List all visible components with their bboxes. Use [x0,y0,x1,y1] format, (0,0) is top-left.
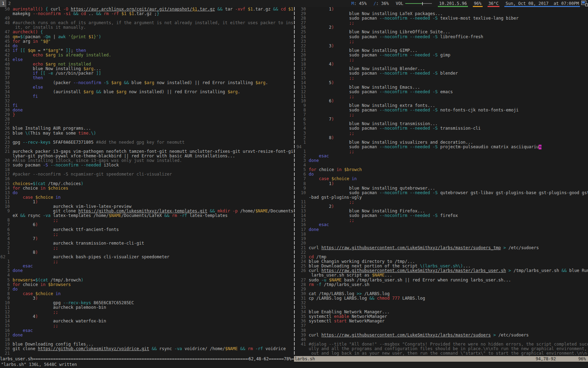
code-line[interactable]: 7do [0,287,293,292]
code-line[interactable]: 1 ;; [296,149,588,154]
code-line[interactable]: 38 if [[ -e /usr/bin/packer ]] [0,71,293,76]
code-line[interactable]: 25blue \(This may take some time.\) [0,131,293,136]
code-line[interactable]: 1 8) [0,250,293,255]
code-line[interactable]: 16 esac [296,223,588,227]
code-line[interactable]: 15 ;; [296,218,588,223]
vim-command-line[interactable]: "larbs.sh" 136L, 5648C written [1,362,77,368]
code-line[interactable]: 26curl https://raw.githubusercontent.com… [296,268,588,273]
code-line[interactable]: 23gpg --recv-keys 5FAF0A6EE7371805 #Add … [0,140,293,145]
code-line[interactable]: 21 blue Now installing GIMP... [296,48,588,53]
code-line[interactable]: 28 sudo pacman --noconfirm --needed -S t… [296,16,588,21]
code-line[interactable]: 36 (packer --noconfirm -S $arg && blue $… [0,81,293,85]
code-line[interactable]: 8 sudo pacman --noconfirm --needed -S no… [296,108,588,113]
code-line[interactable]: 26 2) [296,25,588,30]
code-line[interactable]: 26blue Installing AUR programs... [0,126,293,131]
code-line[interactable]: 42 echo $arg is already installed. [0,53,293,57]
code-line[interactable]: 6do [296,172,588,177]
code-line[interactable]: 4 7) [0,237,293,241]
code-line[interactable]: 18 [0,338,293,342]
code-line[interactable]: 47aurcheck() { [0,30,293,34]
code-line[interactable]: 13 blue Now installing Emacs... [296,85,588,90]
code-line[interactable]: 39curl https://raw.githubusercontent.com… [296,333,588,338]
code-line[interactable]: 41else [0,57,293,62]
code-line[interactable]: 4 [296,163,588,168]
code-line[interactable]: 21aurcheck packer i3-gaps vim-pathogen n… [0,149,293,154]
code-line[interactable]: makepkg --noconfirm -si && cd .. && rm -… [0,12,293,16]
code-line[interactable]: -bad gst-plugins-ugly [296,195,588,200]
code-line[interactable]: 11 aurcheck palemoon-bin [0,305,293,310]
code-line[interactable]: 25blue Downloading next portion of the s… [296,264,588,268]
code-line[interactable]: it, or installs it manually. [0,25,293,30]
code-line[interactable]: 14 sudo pacman --noconfirm --needed -S f… [296,213,588,218]
code-line[interactable]: 43if [[ $qm = *"$arg"* ]]; then [0,48,293,53]
code-line[interactable]: 25 blue Now installing LibreOffice Suite… [296,30,588,34]
code-line[interactable]: 16 [0,177,293,181]
code-line[interactable]: 8 case $choice in [0,292,293,296]
code-line[interactable]: 2 8) [296,136,588,140]
code-line[interactable]: 9 blue Now installing qutebrowser... [296,186,588,191]
code-line[interactable]: 19 [296,237,588,241]
code-line[interactable]: 40 [296,338,588,342]
code-line[interactable]: 7 case $choice in [296,177,588,181]
code-line[interactable]: 24blue Changin working directory to /tmp… [296,259,588,264]
code-line[interactable]: 32 [296,301,588,305]
code-line[interactable]: 13 blue Now installing Firefox... [296,209,588,213]
code-line[interactable]: 22 3) [296,44,588,48]
code-line[interactable]: 2 ;; [0,246,293,250]
code-line[interactable]: 44do [0,44,293,48]
code-line[interactable]: 6 aurcheck ttf-ancient-fonts [0,227,293,232]
code-line[interactable]: 28 [0,117,293,122]
code-line[interactable]: 39 blue Now installing $arg... [0,67,293,71]
code-line[interactable]: 11 ;; [296,200,588,204]
code-line[interactable]: 12 ;; [0,310,293,314]
code-line[interactable]: 1 blue Now installing visualizers and de… [296,140,588,145]
code-line[interactable]: 5 blue Now installing transmission... [296,122,588,126]
code-line[interactable]: eX && rsync -va latex-templates /home/$N… [0,213,293,218]
code-line[interactable]: 7 6) [0,223,293,227]
code-line[interactable]: 40 echo $arg not installed [0,62,293,67]
code-line[interactable]: 10 aurcheck vim-live-latex-preview [0,204,293,209]
code-line[interactable]: 5browsers=$(cat /tmp/.browch) [0,278,293,282]
code-line[interactable]: 18 [0,168,293,172]
code-line[interactable]: 6 7) [296,117,588,122]
code-line[interactable]: 10 6) [296,99,588,103]
code-line[interactable]: 46qm=$(pacman -Qm | awk '{print $1}') [0,35,293,39]
code-line[interactable]: 19sudo pacman -S --noconfirm --needed i3… [0,163,293,168]
code-line[interactable]: 27 [0,122,293,126]
code-line[interactable]: 5for choice in $browch [296,168,588,172]
code-line[interactable]: 28rm -f /tmp/larbs_user.sh [296,282,588,287]
code-line[interactable]: 16 esac [0,328,293,333]
code-line[interactable]: 30done [0,108,293,113]
code-line[interactable]: 29 [296,287,588,292]
vim-window-larbs-sh[interactable]: 30 1)29 blue Now installing LaTeX packag… [296,7,588,356]
code-line[interactable]: 15 ;; [296,76,588,80]
code-line[interactable]: 5 ;; [0,232,293,237]
code-line[interactable]: 17#packer --noconfirm -S ncpamixer-git s… [0,172,293,177]
code-line[interactable]: 14 aurcheck waterfox-bin [0,319,293,323]
code-line[interactable]: 10 sudo pacman --noconfirm --needed -S q… [296,191,588,195]
code-line[interactable]: 10 gpg --recv-keys 865E6C87C65285EC [0,301,293,305]
code-line[interactable]: 7 ;; [296,113,588,117]
systray-icon[interactable] [581,1,588,6]
code-line[interactable]: 4 sudo pacman --noconfirm --needed -S tr… [296,126,588,131]
code-line[interactable]: 18 [296,232,588,237]
code-line[interactable]: 17done [296,227,588,232]
code-line[interactable]: 12 case $choice in [0,195,293,200]
code-line[interactable]: 31cp /LARBS.log LARBS.log && chmod 777 L… [296,296,588,301]
code-line[interactable]: 24 [0,136,293,140]
code-line[interactable]: larbs_user.sh script as $NAME... [296,273,588,278]
code-line[interactable]: 23cd /tmp [296,255,588,259]
code-line[interactable]: 3 aurcheck transmission-remote-cli-git [0,241,293,246]
code-line[interactable]: 24 sudo pacman --noconfirm --needed -S l… [296,35,588,39]
vertical-split-separator[interactable] [294,7,295,356]
code-line[interactable]: 30 1) [296,7,588,12]
code-line[interactable]: 45for arg in "$@" [0,39,293,44]
code-line[interactable]: ully and all the programs and configurat… [296,347,588,351]
code-line[interactable]: 6for choice in $browsers [0,282,293,287]
code-line[interactable]: 34 (aurinstall $arg && blue $arg now ins… [0,90,293,94]
code-line[interactable]: 17 blue Now installing Blender... [296,67,588,71]
code-line-cursor[interactable]: 94 sudo pacman --noconfirm --needed -S p… [296,145,588,149]
code-line[interactable]: 9 blue Now installing extra fonts... [296,103,588,108]
code-line[interactable]: 33 [296,305,588,310]
code-line[interactable]: 35 else [0,85,293,90]
